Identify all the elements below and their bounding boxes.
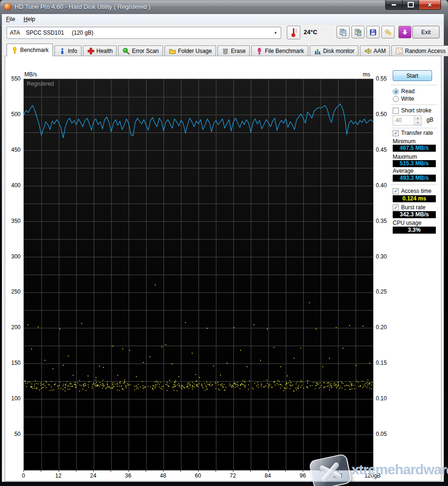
short-stroke-size-value: 40: [393, 117, 414, 124]
tab-label: Disk monitor: [323, 48, 355, 54]
y-axis-right-label: 0.05: [376, 431, 395, 437]
x-axis-label: 12: [47, 472, 70, 479]
maximum-label: Maximum: [393, 154, 417, 160]
x-axis-tick: [285, 470, 286, 472]
x-axis-tick: [41, 470, 41, 472]
tab-label: Error Scan: [132, 48, 158, 54]
maximize-icon: [408, 2, 414, 7]
save-button[interactable]: [366, 26, 380, 38]
copy-text-button[interactable]: [336, 26, 350, 38]
write-radio[interactable]: Write: [393, 96, 414, 102]
start-button[interactable]: Start: [393, 70, 432, 81]
minimum-label: Minimum: [393, 138, 416, 145]
title-bar[interactable]: HD Tune Pro 4.60 - Hard Disk Utility ( R…: [0, 0, 448, 14]
tab-erase[interactable]: Erase: [217, 45, 250, 56]
x-axis-tick: [250, 470, 251, 472]
tab-info[interactable]: Info: [54, 45, 82, 56]
tab-random-access[interactable]: Random Access: [391, 45, 448, 56]
x-axis-tick: [180, 470, 181, 472]
access-time-checkbox-row[interactable]: Access time: [393, 188, 432, 194]
window-title: HD Tune Pro 4.60 - Hard Disk Utility ( R…: [15, 3, 150, 10]
exit-button[interactable]: Exit: [412, 26, 440, 38]
cpu-usage-label: CPU usage: [393, 220, 421, 226]
health-icon: [87, 47, 95, 55]
minimize-icon: [392, 4, 396, 6]
average-value: 493.3 MB/s: [393, 175, 436, 182]
write-radio-circle[interactable]: [393, 96, 399, 102]
transfer-rate-checkbox[interactable]: [393, 130, 399, 136]
y-axis-right-label: 0.35: [376, 218, 395, 224]
tab-file-benchmark[interactable]: File Benchmark: [251, 45, 308, 56]
burst-rate-checkbox-row[interactable]: Burst rate: [393, 204, 426, 211]
minimize-button[interactable]: [385, 0, 403, 10]
file-benchmark-icon: [255, 47, 263, 55]
info-icon: [59, 47, 66, 55]
x-axis-tick: [76, 470, 76, 472]
tab-error-scan[interactable]: Error Scan: [118, 45, 163, 56]
menu-item-file[interactable]: File: [2, 15, 19, 23]
tab-health[interactable]: Health: [83, 45, 117, 56]
aam-icon: [364, 47, 372, 55]
spinner-buttons[interactable]: ▲ ▼: [414, 116, 421, 125]
app-window: HD Tune Pro 4.60 - Hard Disk Utility ( R…: [0, 0, 448, 486]
save-icon: [369, 29, 377, 36]
read-radio[interactable]: Read: [393, 88, 415, 95]
erase-icon: [222, 47, 229, 55]
menu-item-help[interactable]: Help: [19, 15, 39, 23]
burst-rate-label: Burst rate: [401, 204, 426, 211]
spinner-up-icon[interactable]: ▲: [414, 116, 421, 120]
update-icon: [401, 29, 409, 36]
copy-text-icon: [339, 29, 347, 36]
transfer-rate-label: Transfer rate: [401, 130, 433, 136]
x-axis-tick: [268, 470, 269, 472]
disk-monitor-icon: [314, 47, 321, 55]
copy-image-button[interactable]: [351, 26, 365, 38]
y-axis-right-label: 0.50: [376, 111, 395, 118]
separator: [391, 85, 437, 87]
write-radio-label: Write: [401, 96, 414, 102]
error-scan-icon: [122, 47, 130, 55]
settings-button[interactable]: [381, 26, 395, 38]
spinner-down-icon[interactable]: ▼: [414, 120, 421, 125]
access-time-checkbox[interactable]: [393, 188, 399, 194]
close-button[interactable]: ×: [419, 0, 441, 10]
short-stroke-checkbox-row[interactable]: Short stroke: [393, 107, 432, 114]
x-axis-tick: [163, 470, 164, 472]
update-button[interactable]: [398, 26, 411, 38]
y-axis-left-label: 500: [5, 111, 21, 118]
y-axis-right-label: 0.25: [376, 288, 395, 295]
read-radio-circle[interactable]: [393, 88, 399, 95]
chevron-down-icon: ▼: [274, 31, 277, 35]
copy-image-icon: [354, 29, 362, 36]
tab-label: File Benchmark: [265, 48, 304, 54]
xtremehardware-watermark-text: xtremehardware.com: [351, 462, 448, 478]
maximize-button[interactable]: [403, 0, 419, 10]
settings-icon: [384, 29, 392, 36]
device-selector[interactable]: ATA SPCC SSD101 (120 gB) ▼: [7, 27, 281, 39]
short-stroke-size-spinner[interactable]: 40 ▲ ▼: [393, 115, 422, 125]
y-axis-right-label: 0.45: [376, 147, 395, 153]
tab-label: Folder Usage: [178, 48, 212, 54]
y-axis-left-label: 450: [5, 147, 21, 153]
app-icon: [4, 3, 11, 10]
tab-disk-monitor[interactable]: Disk monitor: [310, 45, 359, 56]
folder-icon: [169, 47, 176, 55]
short-stroke-checkbox[interactable]: [393, 108, 399, 114]
y-axis-left-label: 250: [5, 288, 21, 295]
y-axis-right-label: 0.15: [376, 360, 395, 366]
x-axis-label: 24: [82, 472, 105, 479]
x-axis-tick: [23, 470, 24, 472]
minimum-value: 467.5 MB/s: [393, 145, 436, 152]
y-axis-right-label: 0.20: [376, 324, 395, 331]
short-stroke-label: Short stroke: [401, 107, 432, 114]
device-selector-value: ATA SPCC SSD101 (120 gB): [7, 29, 93, 36]
transfer-rate-checkbox-row[interactable]: Transfer rate: [393, 130, 433, 136]
tab-folder-usage[interactable]: Folder Usage: [164, 45, 216, 56]
tab-benchmark[interactable]: Benchmark: [7, 44, 53, 56]
burst-rate-checkbox[interactable]: [393, 205, 399, 211]
temperature-button[interactable]: [287, 26, 300, 39]
y-axis-left-label: 350: [5, 218, 21, 224]
tab-aam[interactable]: AAM: [360, 45, 390, 56]
x-axis-label: 48: [152, 472, 174, 479]
x-axis-tick: [93, 470, 94, 472]
